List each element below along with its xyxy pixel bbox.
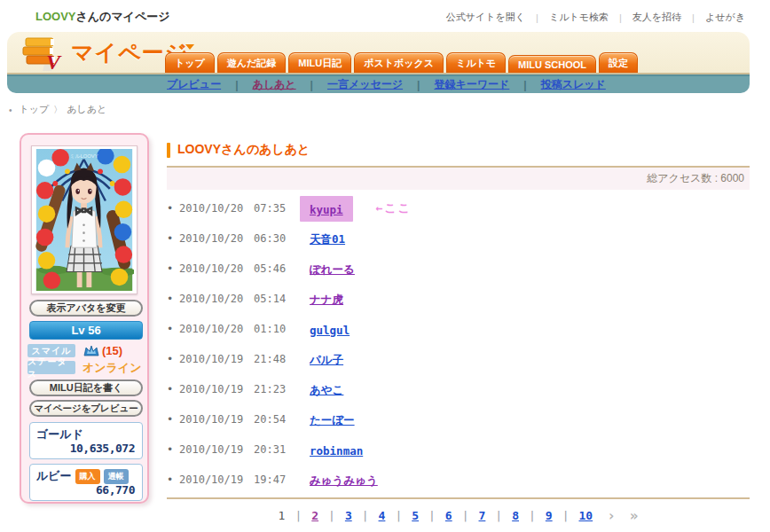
visitor-row: 2010/10/20 05:46 ぽれーる bbox=[167, 254, 750, 284]
topbar-link[interactable]: ミルトモ検索 bbox=[525, 11, 609, 24]
pagination-item: 4 bbox=[352, 509, 386, 522]
smile-crown-icon bbox=[82, 345, 99, 357]
visitor-row: 2010/10/19 19:47 みゅうみゅう bbox=[167, 465, 750, 495]
page-link[interactable]: 4 bbox=[379, 509, 386, 522]
smile-count: (15) bbox=[102, 344, 122, 357]
subnav-link[interactable]: 投稿スレッド bbox=[541, 77, 606, 92]
user-name: LOOVY bbox=[35, 10, 76, 23]
gold-label: ゴールド bbox=[36, 426, 83, 442]
visitor-name-wrap: あやこ bbox=[300, 376, 353, 403]
page-link[interactable]: 1 bbox=[279, 509, 286, 522]
header-band: V マイページ トップ遊んだ記録MILU日記ポストボックスミルトモMILU SC… bbox=[7, 32, 750, 74]
pagination-item: 5 bbox=[385, 509, 419, 522]
nav-tab[interactable]: トップ bbox=[165, 52, 215, 73]
visit-time: 05:14 bbox=[254, 293, 300, 305]
page-link[interactable]: 7 bbox=[479, 509, 486, 522]
ruby-value: 66,770 bbox=[96, 483, 135, 497]
bullet-icon bbox=[167, 262, 179, 275]
svg-text:ミルLOOVY: ミルLOOVY bbox=[69, 153, 98, 159]
visit-time: 21:48 bbox=[254, 353, 300, 365]
visitor-row: 2010/10/19 20:54 たーぼー bbox=[167, 404, 750, 434]
visit-time: 21:23 bbox=[254, 383, 300, 395]
visitor-link[interactable]: ナナ虎 bbox=[310, 293, 343, 306]
page-link[interactable]: 2 bbox=[311, 509, 318, 522]
subnav-links: プレビューあしあと一言メッセージ登録キーワード投稿スレッド bbox=[7, 76, 750, 93]
topbar-link[interactable]: 友人を招待 bbox=[609, 11, 681, 24]
subnav-link[interactable]: 登録キーワード bbox=[434, 77, 509, 92]
visitor-name-wrap: 天音01 bbox=[300, 225, 355, 252]
pagination: 12345678910›» bbox=[167, 507, 750, 524]
pagination-item: 10 bbox=[553, 509, 593, 522]
ruby-passbook-badge[interactable]: 通帳 bbox=[104, 469, 129, 484]
breadcrumb-current: あしあと bbox=[67, 103, 106, 116]
visitor-link[interactable]: gulgul bbox=[310, 324, 350, 337]
visitor-link[interactable]: みゅうみゅう bbox=[310, 473, 378, 487]
visit-time: 20:31 bbox=[254, 443, 300, 456]
subnav-link[interactable]: あしあと bbox=[252, 77, 295, 92]
preview-mypage-button[interactable]: マイページをプレビュー bbox=[29, 400, 143, 417]
topbar-link[interactable]: よせがき bbox=[681, 11, 745, 24]
bullet-icon bbox=[167, 293, 179, 305]
status-label: ステータス bbox=[28, 361, 75, 374]
visit-date: 2010/10/19 bbox=[179, 443, 254, 456]
nav-tab[interactable]: 設定 bbox=[599, 52, 638, 73]
page-link[interactable]: 10 bbox=[578, 509, 593, 522]
nav-tab[interactable]: 遊んだ記録 bbox=[217, 52, 287, 73]
page-link[interactable]: 8 bbox=[512, 509, 519, 522]
subnav-link[interactable]: プレビュー bbox=[167, 77, 221, 92]
page-link[interactable]: 6 bbox=[445, 509, 452, 522]
title-accent-bar bbox=[167, 143, 170, 158]
visitor-link[interactable]: パル子 bbox=[310, 353, 343, 366]
total-access-band: 総アクセス数 : 6000 bbox=[167, 168, 750, 190]
topbar: LOOVYさんのマイページ 公式サイトを開くミルトモ検索友人を招待よせがき bbox=[0, 0, 770, 28]
page-link[interactable]: 9 bbox=[546, 509, 553, 522]
write-diary-button[interactable]: MILU日記を書く bbox=[29, 379, 143, 396]
nav-tab[interactable]: ミルトモ bbox=[446, 52, 506, 73]
pagination-item: 7 bbox=[452, 509, 486, 522]
total-access-count: 総アクセス数 : 6000 bbox=[647, 171, 744, 186]
visitor-name-wrap: みゅうみゅう bbox=[300, 466, 388, 493]
visitor-link[interactable]: kyupi bbox=[310, 203, 343, 216]
subnav-item: 投稿スレッド bbox=[509, 77, 605, 92]
milu-books-logo-icon: V bbox=[21, 35, 66, 73]
level-button[interactable]: Lv 56 bbox=[29, 321, 143, 340]
subnav-link[interactable]: 一言メッセージ bbox=[327, 77, 403, 92]
visitor-link[interactable]: robinman bbox=[310, 444, 363, 458]
visit-time: 07:35 bbox=[254, 202, 300, 215]
page-link[interactable]: › bbox=[607, 507, 616, 524]
page-link[interactable]: 5 bbox=[412, 509, 419, 522]
gold-box: ゴールド 10,635,072 bbox=[29, 422, 143, 459]
visitor-row: 2010/10/19 21:23 あやこ bbox=[167, 374, 750, 404]
breadcrumb-home[interactable]: トップ bbox=[20, 103, 50, 116]
topbar-link[interactable]: 公式サイトを開く bbox=[446, 11, 525, 24]
page-link[interactable]: 3 bbox=[345, 509, 352, 522]
visit-time: 05:46 bbox=[254, 262, 300, 275]
visitor-row: 2010/10/20 01:10 gulgul bbox=[167, 314, 750, 344]
visitor-link[interactable]: ぽれーる bbox=[310, 262, 355, 276]
breadcrumb: トップ あしあと bbox=[9, 103, 106, 116]
visit-time: 06:30 bbox=[254, 232, 300, 245]
subnav-item: 一言メッセージ bbox=[296, 77, 403, 92]
nav-tab[interactable]: MILU日記 bbox=[288, 52, 351, 73]
topbar-links: 公式サイトを開くミルトモ検索友人を招待よせがき bbox=[446, 11, 745, 24]
visitor-link[interactable]: 天音01 bbox=[310, 232, 345, 246]
visit-time: 01:10 bbox=[254, 323, 300, 335]
bullet-icon bbox=[167, 473, 179, 486]
bullet-icon bbox=[167, 323, 179, 335]
visitor-name-wrap: ぽれーる bbox=[300, 255, 365, 282]
visit-date: 2010/10/19 bbox=[179, 383, 254, 395]
visitor-link[interactable]: たーぼー bbox=[310, 413, 355, 426]
visitor-link[interactable]: あやこ bbox=[310, 383, 343, 396]
nav-tab[interactable]: MILU SCHOOL bbox=[508, 55, 596, 73]
pagination-item: › bbox=[593, 507, 616, 524]
nav-tab[interactable]: ポストボックス bbox=[354, 52, 444, 73]
ruby-buy-badge[interactable]: 購入 bbox=[75, 469, 100, 484]
mypage-screen: LOOVYさんのマイページ 公式サイトを開くミルトモ検索友人を招待よせがき V … bbox=[0, 0, 770, 532]
visitor-name-wrap: gulgul bbox=[300, 317, 359, 342]
change-avatar-button[interactable]: 表示アバタを変更 bbox=[29, 300, 143, 317]
here-note: ←ここ bbox=[376, 200, 412, 216]
page-link[interactable]: » bbox=[630, 507, 639, 524]
visit-date: 2010/10/20 bbox=[179, 262, 254, 275]
visitor-name-wrap: パル子 bbox=[300, 346, 353, 372]
pagination-item: 9 bbox=[519, 509, 553, 522]
